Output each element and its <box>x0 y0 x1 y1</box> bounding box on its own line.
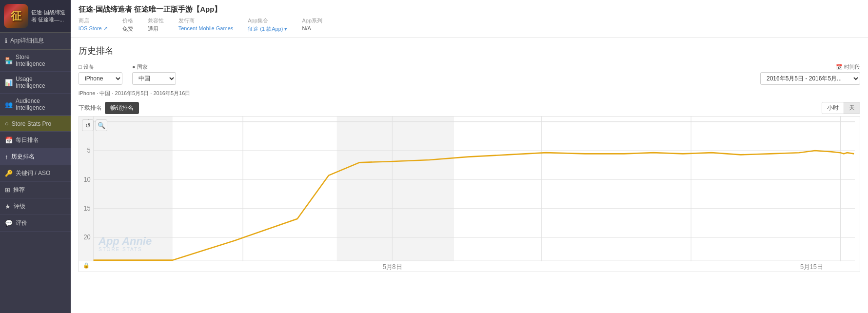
chart-line <box>94 151 854 260</box>
sidebar-item-label: StoreIntelligence <box>16 54 45 67</box>
circle-icon: ○ <box>5 120 9 127</box>
sidebar-item-store-stats-pro[interactable]: ○ Store Stats Pro <box>0 116 71 132</box>
app-topbar: 征途-国战缔造者 征途唯一正版手游【App】 商店 iOS Store ↗ 价格… <box>71 0 868 38</box>
sidebar: 征途-国战缔造者 征途唯—... ℹ App详细信息 🏪 StoreIntell… <box>0 0 71 313</box>
meta-compat: 兼容性 通用 <box>148 17 164 33</box>
sidebar-item-label: Store Stats Pro <box>12 120 51 127</box>
compat-label: 兼容性 <box>148 17 164 24</box>
chart-svg: 1 5 10 15 20 5月8日 5月15日 <box>79 117 860 272</box>
device-select[interactable]: iPhone iPad 全部 <box>79 72 122 85</box>
info-line: iPhone · 中国 · 2016年5月5日 · 2016年5月16日 <box>79 90 860 97</box>
store-icon: 🏪 <box>5 57 13 64</box>
chat-icon: 💬 <box>5 219 13 227</box>
sidebar-item-label: UsageIntelligence <box>16 76 45 89</box>
sidebar-item-label: 每日排名 <box>16 136 39 144</box>
section-title: 历史排名 <box>79 45 860 57</box>
filters-row: □ 设备 iPhone iPad 全部 ● 国家 中国 美国 日本 📅 时间段 <box>79 63 860 85</box>
series-label: App系列 <box>302 17 322 24</box>
bundle-value[interactable]: 征途 (1 款App) ▾ <box>248 25 287 33</box>
lock-icon: 🔒 <box>83 262 90 269</box>
sidebar-item-daily-ranking[interactable]: 📅 每日排名 <box>0 132 71 149</box>
series-value: N/A <box>302 25 322 31</box>
x-label-may15: 5月15日 <box>800 263 823 271</box>
shade-region-1 <box>79 117 173 261</box>
sidebar-item-label: 推荐 <box>13 186 25 194</box>
meta-bundle: App集合 征途 (1 款App) ▾ <box>248 17 287 33</box>
app-title: 征途-国战缔造者 征途唯一正版手游【App】 <box>79 5 860 14</box>
bundle-label: App集合 <box>248 17 287 24</box>
time-unit-group: 小时 天 <box>822 102 860 114</box>
top-sales-rank-button[interactable]: 畅销排名 <box>105 102 139 114</box>
store-label: 商店 <box>79 17 108 24</box>
star-icon: ★ <box>5 203 11 210</box>
meta-series: App系列 N/A <box>302 17 322 33</box>
sidebar-item-app-detail[interactable]: ℹ App详细信息 <box>0 33 71 49</box>
app-name: 征途-国战缔造者 征途唯—... <box>31 9 67 24</box>
sidebar-item-audience-intelligence[interactable]: 👥 AudienceIntelligence <box>0 94 71 116</box>
sidebar-item-label: 评级 <box>14 202 25 211</box>
time-label: 📅 时间段 <box>836 63 860 71</box>
publisher-value[interactable]: Tencent Mobile Games <box>178 25 234 31</box>
sidebar-item-history-ranking[interactable]: ↑ 历史排名 <box>0 149 71 165</box>
store-value[interactable]: iOS Store ↗ <box>79 25 108 32</box>
sidebar-item-review[interactable]: 💬 评价 <box>0 215 71 232</box>
info-icon: ℹ <box>5 37 7 44</box>
device-label: □ 设备 <box>79 63 122 71</box>
chart-container: ↺ 🔍 <box>79 116 860 272</box>
price-label: 价格 <box>122 17 133 24</box>
sidebar-item-label: App详细信息 <box>10 37 44 45</box>
country-select[interactable]: 中国 美国 日本 <box>132 72 176 85</box>
compat-value: 通用 <box>148 25 164 33</box>
meta-row: 商店 iOS Store ↗ 价格 免费 兼容性 通用 发行商 Tencent … <box>79 17 860 33</box>
up-arrow-icon: ↑ <box>5 153 8 160</box>
hour-button[interactable]: 小时 <box>822 102 844 114</box>
content-area: 历史排名 □ 设备 iPhone iPad 全部 ● 国家 中国 美国 日本 <box>71 38 868 313</box>
app-header: 征途-国战缔造者 征途唯—... <box>0 0 71 33</box>
chart-controls-row: 下载排名 畅销排名 小时 天 <box>79 102 860 114</box>
sidebar-item-label: 评价 <box>16 219 27 227</box>
reset-zoom-button[interactable]: ↺ <box>82 119 94 131</box>
country-label: ● 国家 <box>132 63 176 71</box>
meta-publisher: 发行商 Tencent Mobile Games <box>178 17 234 33</box>
y-label-2: 5 <box>87 147 91 155</box>
country-filter-group: ● 国家 中国 美国 日本 <box>132 63 176 85</box>
calendar-icon: 📅 <box>5 137 13 144</box>
sidebar-item-recommend[interactable]: ⊞ 推荐 <box>0 182 71 198</box>
meta-price: 价格 免费 <box>122 17 133 33</box>
device-filter-group: □ 设备 iPhone iPad 全部 <box>79 63 122 85</box>
chart-toolbar: ↺ 🔍 <box>82 119 107 131</box>
sidebar-item-label: 历史排名 <box>11 153 35 161</box>
shade-region-2 <box>337 117 454 261</box>
y-label-5: 20 <box>83 234 90 241</box>
audience-icon: 👥 <box>5 101 13 108</box>
sidebar-item-rating[interactable]: ★ 评级 <box>0 198 71 215</box>
sidebar-item-usage-intelligence[interactable]: 📊 UsageIntelligence <box>0 72 71 94</box>
sidebar-item-store-intelligence[interactable]: 🏪 StoreIntelligence <box>0 50 71 72</box>
meta-store: 商店 iOS Store ↗ <box>79 17 108 33</box>
sidebar-item-label: AudienceIntelligence <box>16 98 45 111</box>
usage-icon: 📊 <box>5 79 13 86</box>
publisher-label: 发行商 <box>178 17 234 24</box>
zoom-button[interactable]: 🔍 <box>96 119 107 131</box>
price-value: 免费 <box>122 25 133 33</box>
x-label-may8: 5月8日 <box>383 263 402 271</box>
time-select[interactable]: 2016年5月5日 - 2016年5月... <box>760 72 860 85</box>
sidebar-item-label: 关键词 / ASO <box>16 169 50 177</box>
y-label-4: 15 <box>83 205 90 213</box>
rank-type-group: 下载排名 畅销排名 <box>79 102 139 114</box>
key-icon: 🔑 <box>5 170 13 177</box>
y-label-3: 10 <box>83 176 90 183</box>
sidebar-item-keyword-aso[interactable]: 🔑 关键词 / ASO <box>0 165 71 182</box>
app-icon <box>4 4 28 28</box>
day-button[interactable]: 天 <box>844 102 860 114</box>
download-rank-label: 下载排名 <box>79 104 102 112</box>
grid-icon: ⊞ <box>5 186 10 194</box>
time-filter-group: 📅 时间段 2016年5月5日 - 2016年5月... <box>760 63 860 85</box>
main-content: 征途-国战缔造者 征途唯一正版手游【App】 商店 iOS Store ↗ 价格… <box>71 0 868 313</box>
